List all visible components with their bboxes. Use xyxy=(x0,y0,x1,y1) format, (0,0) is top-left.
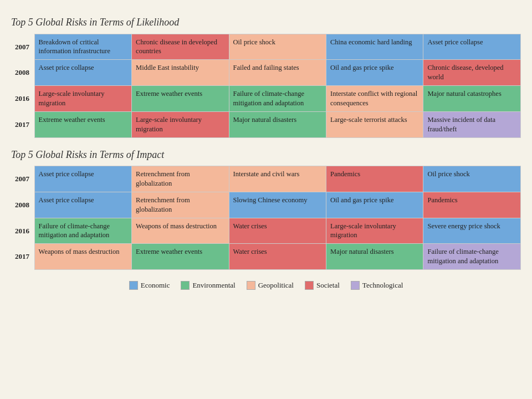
year-cell: 2016 xyxy=(11,218,34,244)
risk-cell: Extreme weather events xyxy=(34,111,131,137)
likelihood-table: 2007Breakdown of critical information in… xyxy=(11,34,521,138)
risk-cell: Oil price shock xyxy=(229,34,326,60)
risk-cell: Slowing Chinese economy xyxy=(229,192,326,218)
table-row: 2007Asset price collapseRetrenchment fro… xyxy=(11,166,521,192)
risk-cell: Severe energy price shock xyxy=(423,218,521,244)
risk-cell: Large-scale terrorist attacks xyxy=(326,111,423,137)
year-cell: 2007 xyxy=(11,166,34,192)
table-row: 2008Asset price collapseRetrenchment fro… xyxy=(11,192,521,218)
risk-cell: Asset price collapse xyxy=(423,34,521,60)
legend-color-box xyxy=(181,281,190,290)
year-cell: 2017 xyxy=(11,111,34,137)
table-row: 2016Large-scale involuntary migrationExt… xyxy=(11,86,521,112)
risk-cell: China economic hard landing xyxy=(326,34,423,60)
risk-cell: Extreme weather events xyxy=(132,244,229,270)
risk-cell: Water crises xyxy=(229,218,326,244)
legend-label: Geopolitical xyxy=(258,281,294,290)
risk-cell: Oil and gas price spike xyxy=(326,192,423,218)
risk-cell: Large-scale involuntary migration xyxy=(132,111,229,137)
risk-cell: Weapons of mass destruction xyxy=(34,244,131,270)
table-row: 2008Asset price collapseMiddle East inst… xyxy=(11,60,521,86)
risk-cell: Weapons of mass destruction xyxy=(132,218,229,244)
risk-cell: Pandemics xyxy=(423,192,521,218)
risk-cell: Major natural catastrophes xyxy=(423,86,521,112)
risk-cell: Large-scale involuntary migration xyxy=(326,218,423,244)
impact-title: Top 5 Global Risks in Terms of Impact xyxy=(11,149,521,161)
year-cell: 2016 xyxy=(11,86,34,112)
year-cell: 2007 xyxy=(11,34,34,60)
risk-cell: Water crises xyxy=(229,244,326,270)
legend-item: Societal xyxy=(305,281,340,290)
risk-cell: Large-scale involuntary migration xyxy=(34,86,131,112)
risk-cell: Failed and failing states xyxy=(229,60,326,86)
risk-cell: Interstate conflict with regional conseq… xyxy=(326,86,423,112)
risk-cell: Breakdown of critical information infras… xyxy=(34,34,131,60)
risk-cell: Massive incident of data fraud/theft xyxy=(423,111,521,137)
legend-label: Societal xyxy=(316,281,340,290)
legend-label: Economic xyxy=(141,281,170,290)
table-row: 2016Failure of climate-change mitigation… xyxy=(11,218,521,244)
legend-color-box xyxy=(305,281,314,290)
legend-item: Geopolitical xyxy=(247,281,294,290)
year-cell: 2017 xyxy=(11,244,34,270)
legend-label: Technological xyxy=(362,281,403,290)
risk-cell: Asset price collapse xyxy=(34,192,131,218)
risk-cell: Asset price collapse xyxy=(34,60,131,86)
table-row: 2017Extreme weather eventsLarge-scale in… xyxy=(11,111,521,137)
risk-cell: Interstate and civil wars xyxy=(229,166,326,192)
risk-cell: Retrenchment from globalization xyxy=(132,192,229,218)
impact-section: Top 5 Global Risks in Terms of Impact 20… xyxy=(11,149,521,270)
risk-cell: Chronic disease in developed countries xyxy=(132,34,229,60)
likelihood-title: Top 5 Global Risks in Terms of Likelihoo… xyxy=(11,17,521,28)
risk-cell: Oil and gas price spike xyxy=(326,60,423,86)
legend: EconomicEnvironmentalGeopoliticalSocieta… xyxy=(11,281,521,290)
likelihood-section: Top 5 Global Risks in Terms of Likelihoo… xyxy=(11,17,521,138)
risk-cell: Major natural disasters xyxy=(229,111,326,137)
risk-cell: Oil price shock xyxy=(423,166,521,192)
table-row: 2007Breakdown of critical information in… xyxy=(11,34,521,60)
risk-cell: Asset price collapse xyxy=(34,166,131,192)
legend-color-box xyxy=(129,281,138,290)
legend-color-box xyxy=(351,281,360,290)
year-cell: 2008 xyxy=(11,60,34,86)
risk-cell: Failure of climate-change mitigation and… xyxy=(229,86,326,112)
year-cell: 2008 xyxy=(11,192,34,218)
risk-cell: Major natural disasters xyxy=(326,244,423,270)
legend-label: Environmental xyxy=(192,281,235,290)
legend-item: Environmental xyxy=(181,281,235,290)
risk-cell: Chronic disease, developed world xyxy=(423,60,521,86)
legend-color-box xyxy=(247,281,255,290)
impact-table: 2007Asset price collapseRetrenchment fro… xyxy=(11,166,521,270)
risk-cell: Extreme weather events xyxy=(132,86,229,112)
risk-cell: Pandemics xyxy=(326,166,423,192)
risk-cell: Retrenchment from globalization xyxy=(132,166,229,192)
table-row: 2017Weapons of mass destructionExtreme w… xyxy=(11,244,521,270)
risk-cell: Failure of climate-change mitigation and… xyxy=(423,244,521,270)
legend-item: Economic xyxy=(129,281,170,290)
risk-cell: Failure of climate-change mitigation and… xyxy=(34,218,131,244)
risk-cell: Middle East instability xyxy=(132,60,229,86)
legend-item: Technological xyxy=(351,281,403,290)
